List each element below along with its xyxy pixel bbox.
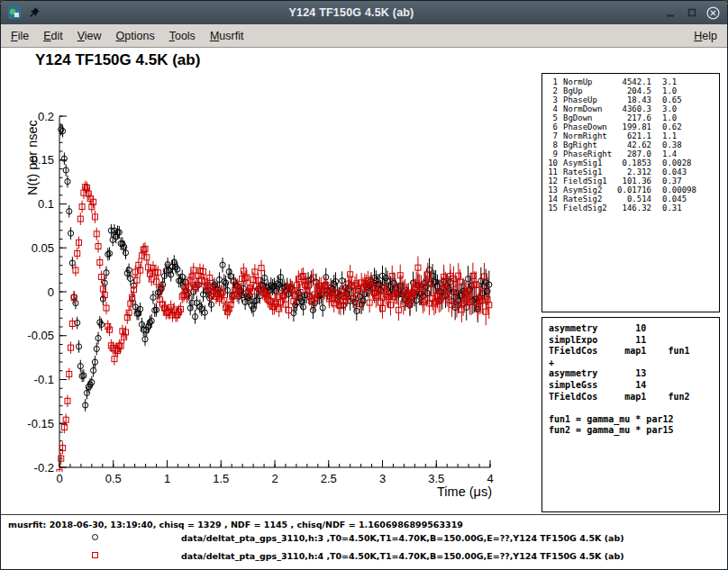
- svg-text:-0.2: -0.2: [34, 461, 54, 475]
- param-row: 4NormDown4360.33.0: [547, 104, 714, 113]
- svg-text:0.2: 0.2: [38, 110, 54, 123]
- param-row: 11RateSig12.3120.043: [547, 167, 714, 176]
- series-square: [57, 181, 492, 478]
- legend-text: data/deltat_pta_gps_3110,h:4 ,T0=4.50K,T…: [181, 551, 624, 561]
- app-icon[interactable]: [7, 5, 22, 20]
- open-square-marker-icon: [92, 552, 98, 558]
- window-title: Y124 TF150G 4.5K (ab): [41, 6, 662, 19]
- svg-text:0: 0: [56, 472, 62, 485]
- param-row: 10AsymSig10.18530.0028: [547, 158, 714, 167]
- svg-text:-0.05: -0.05: [27, 329, 54, 342]
- footer-separator: [1, 514, 727, 515]
- param-row: 7NormRight621.11.1: [547, 131, 714, 140]
- theory-line: fun2 = gamma_mu * par15: [549, 425, 713, 437]
- menu-edit[interactable]: Edit: [36, 27, 70, 45]
- app-window: Y124 TF150G 4.5K (ab) File Edit View Opt…: [0, 0, 728, 570]
- svg-text:-0.15: -0.15: [27, 417, 54, 430]
- legend-row: data/deltat_pta_gps_3110,h:4 ,T0=4.50K,T…: [1, 548, 727, 563]
- theory-line: simpleGss 14: [549, 380, 713, 392]
- svg-text:-0.1: -0.1: [34, 373, 54, 386]
- svg-text:3: 3: [379, 472, 386, 485]
- param-row: 1NormUp4542.13.1: [547, 77, 714, 86]
- theory-line: +: [549, 357, 713, 369]
- plot-title: Y124 TF150G 4.5K (ab): [35, 51, 200, 69]
- theory-line: TFieldCos map1 fun2: [549, 392, 713, 403]
- menu-file[interactable]: File: [4, 27, 36, 45]
- param-row: 13AsymSig20.017160.00098: [547, 185, 714, 195]
- svg-text:3.5: 3.5: [428, 472, 444, 485]
- theory-line: [549, 403, 713, 414]
- svg-text:Time (μs): Time (μs): [437, 484, 492, 499]
- theory-box: asymmetry 10simplExpo 11TFieldCos map1 f…: [541, 317, 720, 512]
- svg-text:1: 1: [164, 472, 170, 485]
- param-row: 6PhaseDown199.810.62: [547, 122, 714, 131]
- svg-text:1.5: 1.5: [213, 472, 229, 485]
- svg-text:4: 4: [487, 472, 493, 485]
- title-bar[interactable]: Y124 TF150G 4.5K (ab): [1, 1, 727, 24]
- menu-view[interactable]: View: [70, 27, 109, 45]
- theory-line: asymmetry 13: [549, 368, 713, 380]
- menu-help[interactable]: Help: [687, 27, 724, 45]
- close-icon[interactable]: [705, 5, 721, 21]
- titlebar-left-icons: [7, 5, 41, 20]
- fit-status-line: musrfit: 2018-06-30, 13:19:40, chisq = 1…: [8, 520, 463, 529]
- theory-line: fun1 = gamma_mu * par12: [549, 414, 713, 426]
- svg-text:2.5: 2.5: [321, 472, 337, 485]
- parameter-table: 1NormUp4542.13.12BgUp204.51.03PhaseUp18.…: [541, 73, 720, 312]
- menu-tools[interactable]: Tools: [162, 27, 203, 45]
- param-row: 8BgRight42.620.38: [547, 140, 714, 149]
- legend-row: data/deltat_pta_gps_3110,h:3 ,T0=4.50K,T…: [1, 530, 727, 545]
- theory-line: TFieldCos map1 fun1: [549, 346, 713, 357]
- main-canvas: Y124 TF150G 4.5K (ab) 0.20.150.10.050-0.…: [1, 48, 727, 569]
- chart-canvas[interactable]: 0.20.150.10.050-0.05-0.1-0.15-0.200.511.…: [1, 84, 541, 516]
- param-row: 12FieldSig1101.360.37: [547, 176, 714, 185]
- svg-text:0.1: 0.1: [38, 197, 54, 211]
- param-row: 5BgDown217.61.0: [547, 113, 714, 122]
- x-axis: [59, 460, 490, 467]
- minimize-icon[interactable]: [662, 5, 678, 21]
- pin-icon[interactable]: [28, 6, 41, 19]
- menu-bar: File Edit View Options Tools Musrfit Hel…: [1, 24, 727, 48]
- series-circle: [57, 91, 492, 412]
- titlebar-right-buttons: [662, 5, 721, 21]
- svg-text:0.5: 0.5: [105, 472, 122, 485]
- param-row: 9PhaseRight287.01.4: [547, 149, 714, 158]
- param-row: 14RateSig20.5140.045: [547, 195, 714, 204]
- open-circle-marker-icon: [92, 534, 98, 540]
- theory-line: simplExpo 11: [549, 335, 713, 347]
- param-row: 2BgUp204.51.0: [547, 86, 714, 95]
- legend-text: data/deltat_pta_gps_3110,h:3 ,T0=4.50K,T…: [181, 533, 624, 543]
- menu-musrfit[interactable]: Musrfit: [203, 27, 251, 45]
- theory-line: asymmetry 10: [549, 323, 713, 335]
- maximize-icon[interactable]: [684, 5, 699, 21]
- svg-text:2: 2: [271, 472, 278, 485]
- param-row: 3PhaseUp18.430.65: [547, 95, 714, 104]
- svg-text:0.05: 0.05: [32, 241, 54, 255]
- svg-text:0: 0: [48, 285, 54, 299]
- menu-options[interactable]: Options: [109, 27, 162, 45]
- svg-text:N(t) per nsec: N(t) per nsec: [25, 120, 40, 195]
- param-row: 15FieldSig2146.320.31: [547, 204, 714, 213]
